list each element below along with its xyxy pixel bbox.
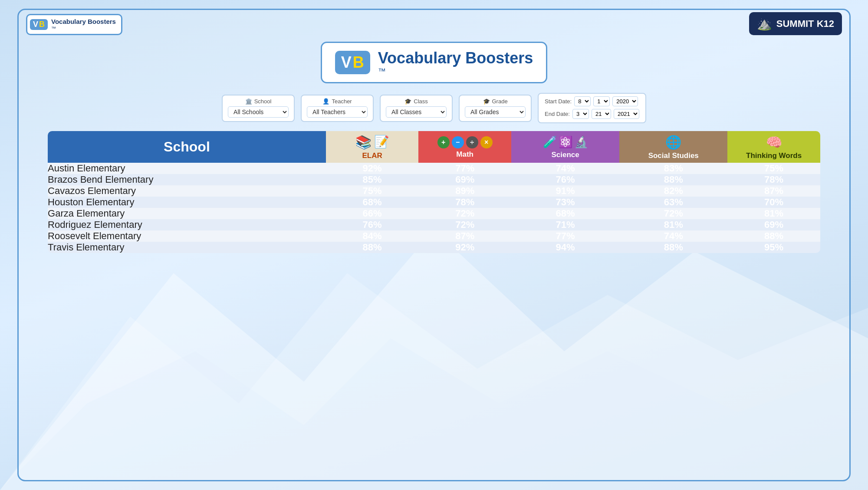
table-row: Travis Elementary88%92%94%88%95% <box>48 242 820 253</box>
center-logo-text: Vocabulary Boosters ™ <box>378 49 533 76</box>
pencil-icon: 📝 <box>374 135 389 150</box>
science-label: Science <box>551 151 579 159</box>
science-cell: 91% <box>511 185 619 197</box>
teacher-filter-label: 👤 Teacher <box>322 98 352 105</box>
top-left-logo: V B Vocabulary Boosters ™ <box>26 14 122 35</box>
start-month-select[interactable]: 8 <box>574 96 591 106</box>
science-cell: 77% <box>511 230 619 242</box>
table-row: Garza Elementary66%72%68%72%81% <box>48 208 820 219</box>
school-cell: Roosevelt Elementary <box>48 230 326 242</box>
grade-filter-label: 🎓 Grade <box>483 98 508 105</box>
teacher-icon: 👤 <box>322 98 329 105</box>
atom-icon: ⚛️ <box>559 135 572 149</box>
social-cell: 72% <box>619 208 727 219</box>
divide-icon: ÷ <box>466 136 478 148</box>
social-cell: 88% <box>619 174 727 185</box>
book-icon: 📚 <box>355 135 372 150</box>
thinking-cell: 70% <box>727 197 820 208</box>
beaker-icon: 🔬 <box>574 135 588 149</box>
social-icons: 🌐 <box>665 135 681 150</box>
elar-cell: 66% <box>326 208 419 219</box>
summit-label: SUMMIT K12 <box>776 18 834 30</box>
school-cell: Garza Elementary <box>48 208 326 219</box>
school-header: School <box>48 131 326 163</box>
school-cell: Cavazos Elementary <box>48 185 326 197</box>
school-select[interactable]: All Schools <box>228 106 289 118</box>
science-cell: 74% <box>511 163 619 174</box>
vb-badge-large: VB <box>335 51 370 74</box>
end-day-select[interactable]: 21 <box>592 109 611 119</box>
school-cell: Houston Elementary <box>48 197 326 208</box>
center-logo: VB Vocabulary Boosters ™ <box>321 42 547 83</box>
grade-filter-group: 🎓 Grade All Grades <box>459 95 532 122</box>
table-row: Austin Elementary92%77%74%83%75% <box>48 163 820 174</box>
elar-cell: 85% <box>326 174 419 185</box>
social-cell: 82% <box>619 185 727 197</box>
teacher-filter-group: 👤 Teacher All Teachers <box>301 95 374 122</box>
elar-cell: 84% <box>326 230 419 242</box>
social-cell: 83% <box>619 163 727 174</box>
globe-icon: 🌐 <box>665 135 681 150</box>
table-row: Rodriguez Elementary76%72%71%81%69% <box>48 219 820 230</box>
thinking-icons: 🧠 <box>766 135 782 150</box>
end-month-select[interactable]: 3 <box>572 109 589 119</box>
thinking-cell: 87% <box>727 185 820 197</box>
science-cell: 73% <box>511 197 619 208</box>
end-year-select[interactable]: 2021 <box>614 109 639 119</box>
social-cell: 81% <box>619 219 727 230</box>
teacher-select[interactable]: All Teachers <box>307 106 368 118</box>
elar-cell: 92% <box>326 163 419 174</box>
math-label: Math <box>456 150 473 159</box>
grade-icon: 🎓 <box>483 98 490 105</box>
table-row: Brazos Bend Elementary85%69%76%88%78% <box>48 174 820 185</box>
science-cell: 71% <box>511 219 619 230</box>
math-cell: 87% <box>418 230 511 242</box>
date-filter-group: Start Date: 8 1 2020 End Date: 3 21 <box>538 93 646 123</box>
start-day-select[interactable]: 1 <box>593 96 610 106</box>
elar-icons: 📚 📝 <box>355 135 389 150</box>
elar-cell: 88% <box>326 242 419 253</box>
school-cell: Rodriguez Elementary <box>48 219 326 230</box>
b-letter: B <box>39 20 45 29</box>
school-filter-group: 🏛️ School All Schools <box>222 95 295 122</box>
start-year-select[interactable]: 2020 <box>612 96 638 106</box>
end-date-row: End Date: 3 21 2021 <box>545 109 639 119</box>
science-cell: 68% <box>511 208 619 219</box>
grade-select[interactable]: All Grades <box>465 106 526 118</box>
main-container: VB Vocabulary Boosters ™ 🏛️ School All S… <box>17 9 851 481</box>
minus-icon: − <box>452 136 464 148</box>
table-row: Cavazos Elementary75%89%91%82%87% <box>48 185 820 197</box>
math-cell: 78% <box>418 197 511 208</box>
brain-icon: 🧠 <box>766 135 782 150</box>
elar-label: ELAR <box>362 151 382 160</box>
class-filter-group: 🎓 Class All Classes <box>380 95 453 122</box>
social-header: 🌐 Social Studies <box>619 131 727 163</box>
summit-mountain-icon: ⛰️ <box>757 16 772 31</box>
thinking-header: 🧠 Thinking Words <box>727 131 820 163</box>
science-cell: 94% <box>511 242 619 253</box>
vb-badge-small: V B <box>30 19 48 30</box>
math-cell: 77% <box>418 163 511 174</box>
start-date-row: Start Date: 8 1 2020 <box>545 96 639 106</box>
math-cell: 72% <box>418 219 511 230</box>
science-header: 🧪 ⚛️ 🔬 Science <box>511 131 619 163</box>
class-select[interactable]: All Classes <box>386 106 447 118</box>
thinking-cell: 95% <box>727 242 820 253</box>
math-header: + − ÷ × Math <box>418 131 511 163</box>
table-row: Roosevelt Elementary84%87%77%74%88% <box>48 230 820 242</box>
flask-icon: 🧪 <box>543 135 557 149</box>
school-cell: Brazos Bend Elementary <box>48 174 326 185</box>
math-cell: 92% <box>418 242 511 253</box>
plus-icon: + <box>437 136 450 148</box>
data-table: School 📚 📝 ELAR + <box>48 131 820 253</box>
social-label: Social Studies <box>648 151 699 160</box>
school-icon: 🏛️ <box>245 98 252 105</box>
start-date-label: Start Date: <box>545 98 572 105</box>
social-cell: 88% <box>619 242 727 253</box>
elar-cell: 76% <box>326 219 419 230</box>
school-cell: Austin Elementary <box>48 163 326 174</box>
summit-k12-logo: ⛰️ SUMMIT K12 <box>749 12 842 35</box>
class-filter-label: 🎓 Class <box>404 98 428 105</box>
science-icons: 🧪 ⚛️ 🔬 <box>543 135 588 149</box>
math-cell: 69% <box>418 174 511 185</box>
